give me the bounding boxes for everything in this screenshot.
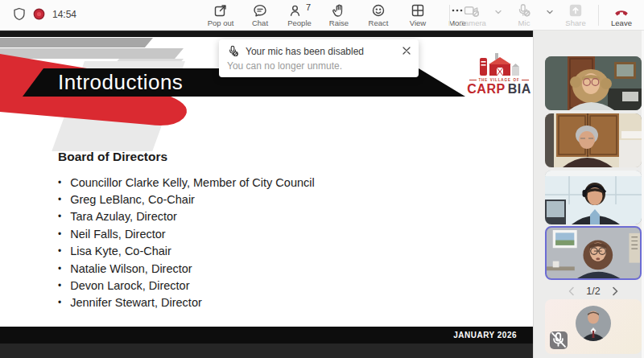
slide-footer-bar: JANUARY 2026 [0, 327, 533, 344]
mic-disabled-toast: Your mic has been disabled You can no lo… [219, 39, 419, 77]
shared-screen-stage: Introductions THE VILLAGE OF C [0, 31, 533, 358]
mic-button[interactable]: Mic [508, 2, 540, 28]
mic-options-chevron-icon[interactable] [544, 6, 555, 21]
barn-logo-icon [478, 53, 520, 77]
participant-4-video-feed [547, 228, 640, 278]
slide-title: Introductions [23, 70, 183, 95]
self-muted-mic-badge [550, 331, 568, 349]
logo-name-bia: BIA [508, 82, 531, 97]
shield-icon [13, 7, 26, 21]
presentation-slide: Introductions THE VILLAGE OF C [0, 37, 533, 344]
leave-button[interactable]: Leave [605, 2, 638, 28]
popout-icon [213, 2, 229, 19]
leave-call-icon [613, 2, 630, 19]
list-item: •Devon Larock, Director [58, 277, 315, 294]
mic-disabled-icon [227, 45, 239, 57]
camera-options-chevron-icon[interactable] [493, 6, 504, 21]
list-item: •Councillor Clarke Kelly, Member of City… [58, 174, 315, 191]
recording-indicator-icon [33, 8, 45, 20]
list-item: •Neil Falls, Director [58, 225, 315, 242]
list-item: •Tara Azulay, Director [58, 208, 315, 225]
people-icon [288, 2, 304, 19]
slide-heading: Board of Directors [58, 150, 167, 164]
chat-icon [252, 2, 268, 19]
participant-video-1[interactable] [545, 56, 642, 110]
carp-bia-logo: THE VILLAGE OF CARP BIA [470, 53, 528, 97]
participant-video-3[interactable] [545, 171, 642, 224]
popout-button[interactable]: Pop out [204, 2, 237, 28]
view-button[interactable]: View [402, 2, 434, 28]
chat-button[interactable]: Chat [244, 2, 276, 28]
camera-button[interactable]: Camera [456, 2, 489, 28]
toolbar-divider [449, 5, 450, 26]
participant-video-2[interactable] [545, 113, 642, 167]
participant-3-video-feed [545, 171, 642, 224]
react-button[interactable]: React [362, 2, 394, 28]
participants-pagination: 1/2 [545, 283, 642, 299]
muted-mic-icon [550, 331, 568, 349]
raise-hand-button[interactable]: Raise [323, 2, 355, 28]
shared-window-top-bar [0, 31, 533, 37]
list-item: •Natalie Wilson, Director [58, 260, 315, 277]
list-item: •Jennifer Stewart, Director [58, 294, 315, 311]
meeting-time: 14:54 [52, 9, 76, 20]
board-members-list: •Councillor Clarke Kelly, Member of City… [58, 174, 315, 311]
toolbar-divider [598, 5, 599, 26]
slide-gray-band [0, 38, 153, 47]
view-grid-icon [410, 2, 426, 19]
people-button[interactable]: 7 People [283, 2, 316, 28]
logo-name-carp: CARP [467, 82, 505, 97]
mic-off-icon [515, 2, 533, 19]
meeting-toolbar: 14:54 Pop out Chat 7 People [0, 0, 644, 31]
react-smiley-icon [370, 2, 386, 19]
slide-footer-date: JANUARY 2026 [453, 331, 533, 339]
share-screen-icon [568, 2, 584, 19]
list-item: •Greg LeBlanc, Co-Chair [58, 191, 315, 208]
logo-dash [522, 80, 529, 80]
pagination-next-icon[interactable] [611, 286, 619, 296]
participants-sidebar: 1/2 [533, 31, 644, 358]
toast-title: Your mic has been disabled [246, 46, 364, 57]
self-view-tile[interactable] [545, 299, 642, 354]
avatar [576, 306, 611, 341]
self-avatar-photo [576, 306, 611, 341]
share-button[interactable]: Share [559, 2, 592, 28]
logo-dash [469, 80, 477, 80]
camera-off-icon [463, 2, 482, 19]
people-count-badge: 7 [306, 2, 311, 12]
participant-video-4-active-speaker[interactable] [545, 226, 642, 280]
participant-1-video-feed [545, 56, 642, 110]
list-item: •Lisa Kyte, Co-Chair [58, 243, 315, 260]
toast-close-icon[interactable] [402, 46, 411, 56]
participant-2-video-feed [545, 113, 642, 167]
raise-hand-icon [331, 2, 347, 19]
toast-subtitle: You can no longer unmute. [227, 60, 411, 72]
pagination-label: 1/2 [586, 286, 600, 297]
pagination-prev-icon[interactable] [568, 286, 576, 296]
